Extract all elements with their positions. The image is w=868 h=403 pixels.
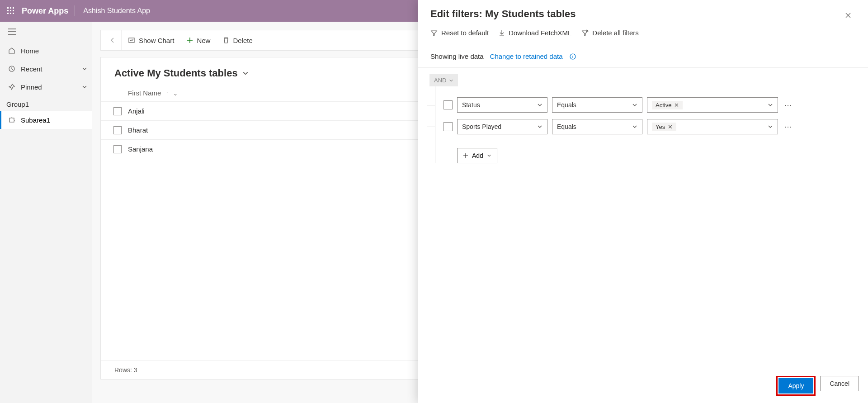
- new-label: New: [197, 37, 210, 44]
- cancel-button[interactable]: Cancel: [820, 376, 859, 391]
- row-checkbox[interactable]: [113, 107, 122, 115]
- remove-chip-icon[interactable]: ✕: [674, 102, 679, 109]
- home-icon: [8, 47, 18, 54]
- left-nav: Home Recent Pinned Group1 Subarea1: [0, 22, 92, 403]
- close-button[interactable]: [841, 8, 855, 23]
- filter-delete-icon: [581, 29, 589, 37]
- col-first-name-label: First Name: [128, 89, 161, 97]
- value-chip-label: Yes: [656, 123, 665, 130]
- value-chip: Active ✕: [652, 101, 683, 109]
- plus-icon: [187, 37, 193, 43]
- download-fetchxml-label: Download FetchXML: [509, 29, 571, 37]
- download-fetchxml-button[interactable]: Download FetchXML: [499, 29, 571, 37]
- nav-home[interactable]: Home: [0, 42, 92, 60]
- cell-first-name: Bharat: [128, 126, 148, 134]
- condition-more-button[interactable]: ⋯: [783, 101, 794, 109]
- nav-pinned[interactable]: Pinned: [0, 78, 92, 96]
- condition-row: Status Equals Active ✕ ⋯: [435, 97, 859, 113]
- new-button[interactable]: New: [180, 30, 217, 50]
- value-chip: Yes ✕: [652, 123, 676, 131]
- condition-checkbox[interactable]: [443, 122, 453, 131]
- row-checkbox[interactable]: [113, 145, 122, 153]
- group-operator-label: AND: [434, 77, 446, 84]
- chevron-down-icon: [537, 102, 542, 108]
- reset-default-button[interactable]: Reset to default: [430, 29, 489, 37]
- condition-row: Sports Played Equals Yes ✕ ⋯: [435, 119, 859, 134]
- filter-builder: AND Status Equals Active ✕: [418, 68, 868, 370]
- chart-icon: [128, 37, 135, 44]
- chevron-down-icon: [82, 84, 87, 90]
- back-button[interactable]: [104, 30, 122, 50]
- chevron-down-icon: [632, 102, 637, 108]
- topbar-divider: [75, 5, 75, 16]
- cell-first-name: Anjali: [128, 107, 145, 115]
- chevron-down-icon: ⌄: [173, 90, 178, 97]
- svg-rect-7: [10, 13, 11, 14]
- waffle-icon[interactable]: [0, 0, 22, 22]
- app-name-label: Ashish Students App: [78, 7, 150, 15]
- chevron-down-icon: [537, 124, 542, 129]
- filter-reset-icon: [430, 29, 438, 37]
- svg-rect-8: [13, 13, 14, 14]
- svg-rect-3: [7, 10, 9, 11]
- condition-field-value: Sports Played: [462, 123, 537, 130]
- svg-rect-5: [13, 10, 14, 11]
- nav-subarea1-label: Subarea1: [18, 116, 50, 124]
- brand-label[interactable]: Power Apps: [22, 6, 75, 16]
- svg-rect-1: [10, 7, 11, 9]
- cell-first-name: Sanjana: [128, 145, 153, 153]
- svg-rect-4: [10, 10, 11, 11]
- download-icon: [499, 29, 505, 37]
- apply-button[interactable]: Apply: [778, 378, 813, 394]
- condition-field-select[interactable]: Sports Played: [457, 119, 547, 134]
- show-chart-label: Show Chart: [139, 37, 174, 44]
- puzzle-icon: [8, 116, 18, 123]
- apply-highlight: Apply: [776, 376, 816, 396]
- chevron-down-icon: [242, 70, 249, 76]
- sort-asc-icon: ↑: [166, 90, 169, 97]
- condition-operator-value: Equals: [557, 101, 632, 109]
- delete-all-filters-button[interactable]: Delete all filters: [581, 29, 639, 37]
- delete-label: Delete: [233, 37, 252, 44]
- svg-rect-0: [7, 7, 9, 9]
- pin-icon: [8, 83, 18, 90]
- row-checkbox[interactable]: [113, 126, 122, 134]
- trash-icon: [223, 37, 229, 44]
- nav-home-label: Home: [18, 47, 87, 55]
- condition-field-select[interactable]: Status: [457, 97, 547, 113]
- remove-chip-icon[interactable]: ✕: [668, 123, 673, 130]
- condition-more-button[interactable]: ⋯: [783, 123, 794, 131]
- panel-action-bar: Reset to default Download FetchXML Delet…: [418, 27, 868, 45]
- panel-info-bar: Showing live data Change to retained dat…: [418, 45, 868, 68]
- condition-operator-select[interactable]: Equals: [552, 119, 642, 134]
- group-operator-button[interactable]: AND: [429, 74, 458, 86]
- condition-checkbox[interactable]: [443, 100, 453, 109]
- edit-filters-panel: Edit filters: My Students tables Reset t…: [418, 0, 868, 403]
- nav-pinned-label: Pinned: [18, 83, 82, 91]
- value-chip-label: Active: [656, 102, 671, 109]
- panel-title: Edit filters: My Students tables: [430, 8, 841, 20]
- info-icon[interactable]: [569, 53, 576, 60]
- svg-rect-6: [7, 13, 9, 14]
- hamburger-button[interactable]: [0, 22, 92, 42]
- nav-group-label: Group1: [0, 96, 92, 111]
- clock-icon: [8, 65, 18, 72]
- nav-recent[interactable]: Recent: [0, 60, 92, 78]
- nav-recent-label: Recent: [18, 65, 82, 73]
- svg-rect-2: [13, 7, 14, 9]
- chevron-down-icon: [768, 102, 773, 108]
- chevron-down-icon: [82, 66, 87, 71]
- chevron-down-icon: [632, 124, 637, 129]
- view-title-label: Active My Students tables: [114, 67, 238, 79]
- panel-footer: Apply Cancel: [418, 370, 868, 403]
- nav-subarea1[interactable]: Subarea1: [0, 111, 92, 129]
- condition-value-select[interactable]: Yes ✕: [647, 119, 778, 134]
- change-retained-data-link[interactable]: Change to retained data: [490, 52, 563, 60]
- condition-operator-select[interactable]: Equals: [552, 97, 642, 113]
- delete-button[interactable]: Delete: [217, 30, 259, 50]
- add-condition-button[interactable]: Add: [457, 148, 497, 163]
- showing-live-data-label: Showing live data: [430, 52, 484, 60]
- show-chart-button[interactable]: Show Chart: [122, 30, 180, 50]
- chevron-down-icon: [768, 124, 773, 129]
- condition-value-select[interactable]: Active ✕: [647, 97, 778, 113]
